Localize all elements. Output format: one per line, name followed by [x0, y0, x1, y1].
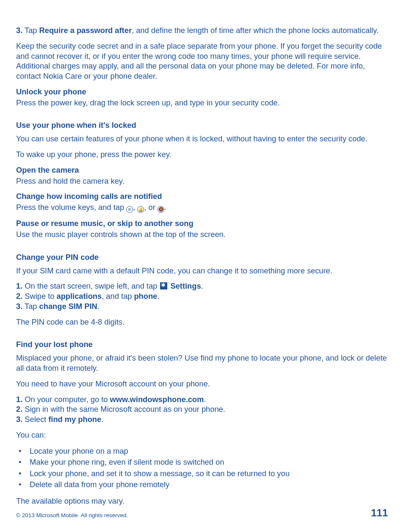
heading-find-phone: Find your lost phone: [16, 339, 388, 350]
you-can-text: You can:: [16, 430, 388, 440]
find-step-2: 2. Sign in with the same Microsoft accou…: [16, 404, 388, 414]
heading-change-pin: Change your PIN code: [16, 252, 388, 262]
list-item: Lock your phone, and set it to show a me…: [16, 468, 388, 480]
list-item: Locate your phone on a map: [16, 446, 388, 457]
change-pin-intro: If your SIM card came with a default PIN…: [16, 266, 388, 276]
find-step-1: 1. On your computer, go to www.windowsph…: [16, 394, 388, 405]
security-code-note: Keep the security code secret and in a s…: [16, 41, 388, 81]
list-item: Make your phone ring, even if silent mod…: [16, 457, 388, 468]
options-vary-text: The available options may vary.: [16, 496, 388, 506]
find-phone-intro: Misplaced your phone, or afraid it's bee…: [16, 353, 388, 373]
copyright-text: © 2013 Microsoft Mobile. All rights rese…: [16, 512, 128, 519]
step-number: 3.: [16, 26, 22, 35]
pin-steps: 1. On the start screen, swipe left, and …: [16, 281, 388, 311]
find-phone-ms-account: You need to have your Microsoft account …: [16, 379, 388, 389]
heading-pause-music: Pause or resume music, or skip to anothe…: [16, 218, 388, 229]
list-item: Delete all data from your phone remotely: [16, 479, 388, 491]
find-step-3: 3. Select find my phone.: [16, 414, 388, 424]
settings-icon: [160, 282, 167, 289]
wake-phone-text: To wake up your phone, press the power k…: [16, 149, 388, 160]
page-number: 111: [371, 506, 388, 519]
use-when-locked-text: You can use certain features of your pho…: [16, 134, 388, 144]
heading-open-camera: Open the camera: [16, 165, 388, 175]
page-content: 3. Tap Require a password after, and def…: [16, 25, 388, 506]
open-camera-text: Press and hold the camera key.: [16, 176, 388, 186]
heading-change-calls: Change how incoming calls are notified: [16, 191, 388, 201]
find-steps: 1. On your computer, go to www.windowsph…: [16, 394, 388, 424]
pin-step-2: 2. Swipe to applications, and tap phone.: [16, 291, 388, 301]
ring-icon: 🔔: [137, 206, 144, 213]
unlock-phone-text: Press the power key, drag the lock scree…: [16, 98, 388, 108]
heading-unlock-phone: Unlock your phone: [16, 87, 388, 97]
pin-digits-note: The PIN code can be 4-8 digits.: [16, 317, 388, 327]
pin-step-3: 3. Tap change SIM PIN.: [16, 301, 388, 311]
pin-step-1: 1. On the start screen, swipe left, and …: [16, 281, 388, 291]
heading-use-when-locked: Use your phone when it's locked: [16, 120, 388, 130]
change-calls-text: Press the volume keys, and tap ⦻, 🔔, or …: [16, 202, 388, 213]
find-options-list: Locate your phone on a map Make your pho…: [16, 446, 388, 491]
vibrate-icon: ⦻: [126, 206, 133, 213]
page-footer: © 2013 Microsoft Mobile. All rights rese…: [16, 506, 388, 519]
step-3-password: 3. Tap Require a password after, and def…: [16, 25, 388, 36]
pause-music-text: Use the music player controls shown at t…: [16, 229, 388, 240]
silent-icon: 🔕: [158, 206, 164, 213]
